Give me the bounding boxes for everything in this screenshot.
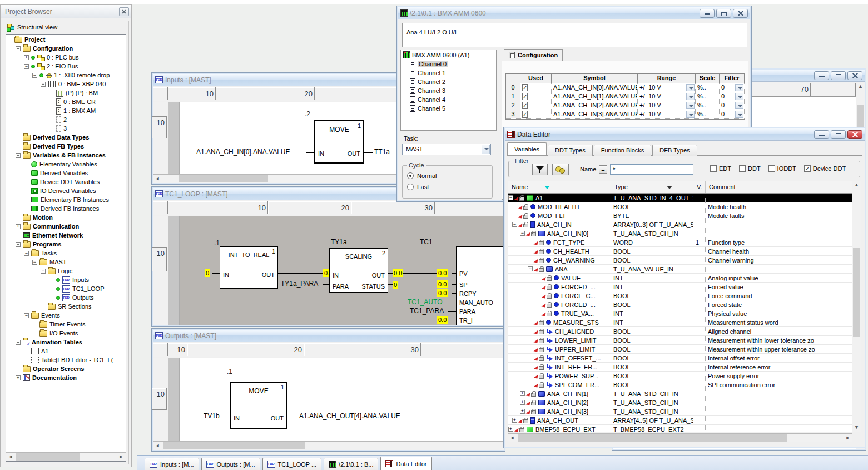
range-cell[interactable]: +/- 10 V (638, 101, 696, 110)
expander-icon[interactable]: − (32, 73, 37, 78)
scale-cell[interactable]: %.. (696, 92, 720, 101)
tree-item-derived-fb-instances[interactable]: Derived FB Instances (6, 204, 126, 213)
tree-item-0-bme-xbp-040[interactable]: −0 : BME XBP 040 (6, 80, 126, 88)
scroll-left-icon[interactable]: ◄ (508, 434, 517, 442)
name-cell[interactable]: −ANA (508, 265, 611, 273)
pi-b-block[interactable]: PI_B PV SP RCPY MAN_AUTO PARA TR_I TR_S (456, 246, 504, 325)
checkbox-icon[interactable]: ✓ (804, 165, 811, 172)
instance-label[interactable]: TC1 (420, 238, 433, 246)
sort-icon[interactable] (667, 186, 672, 189)
check-ddt[interactable]: DDT (739, 165, 761, 172)
tree-item-elementary-fb-instances[interactable]: Elementary FB Instances (6, 195, 126, 204)
tree-item-1-x80-remote-drop[interactable]: −1 : .X80 remote drop (6, 71, 126, 80)
tab-configuration[interactable]: Configuration (504, 49, 563, 61)
expander-icon[interactable]: + (512, 418, 517, 423)
table-row-mod-health[interactable]: MOD_HEALTHBOOLModule health (508, 202, 852, 211)
sort-icon[interactable] (544, 186, 550, 189)
expander-icon[interactable]: + (520, 400, 525, 405)
tree-item-2[interactable]: 2 (6, 115, 126, 124)
name-cell[interactable]: POWER_SUP... (508, 372, 611, 380)
channel-item-2[interactable]: Channel 2 (401, 77, 496, 86)
name-cell[interactable]: MEASURE_STS (508, 318, 611, 326)
taskbar-tab-data-editor[interactable]: Data Editor (380, 457, 431, 470)
tree-item-2-eio-bus[interactable]: −2 : EIO Bus (6, 62, 126, 71)
checkbox-icon[interactable] (710, 165, 717, 172)
table-row-ch-warning[interactable]: CH_WARNINGBOOLChannel warning (508, 256, 852, 265)
maximize-icon[interactable] (831, 71, 846, 80)
move-block[interactable]: 1 MOVE IN OUT (314, 120, 364, 164)
tree-item-0-plc-bus[interactable]: +0 : PLC bus (6, 53, 126, 62)
range-cell[interactable]: +/- 10 V (638, 92, 696, 101)
name-cell[interactable]: FORCED_... (508, 283, 611, 291)
table-row-ana-ch-in-0-[interactable]: −ANA_CH_IN[0]T_U_ANA_STD_CH_IN (508, 229, 852, 238)
chevron-down-icon[interactable] (735, 84, 743, 91)
check-device-ddt[interactable]: ✓Device DDT (804, 165, 846, 172)
tree-item-a1[interactable]: A1 (6, 347, 126, 355)
filter-cell[interactable]: 0 (720, 110, 745, 118)
name-cell[interactable]: CH_ALIGNED (508, 327, 611, 335)
scroll-up-icon[interactable]: ▲ (852, 181, 861, 190)
minimize-icon[interactable] (814, 130, 829, 139)
scroll-down-icon[interactable]: ▼ (852, 423, 861, 432)
expander-icon[interactable]: + (508, 427, 513, 432)
scrollbar-thumb[interactable] (853, 248, 860, 337)
expander-icon[interactable]: − (512, 222, 517, 227)
channel-item-1[interactable]: Channel 1 (401, 68, 496, 77)
tree-item-motion[interactable]: Motion (6, 213, 126, 222)
chevron-down-icon[interactable] (482, 145, 490, 154)
filter-settings-button[interactable] (552, 164, 569, 175)
tree-item-inputs[interactable]: FBDInputs (6, 275, 126, 284)
name-cell[interactable]: +ANA_CH_IN[1] (508, 389, 611, 398)
filter-cell[interactable]: 0 (720, 83, 745, 92)
tree-item-i-o-events[interactable]: I/O Events (6, 329, 126, 338)
close-icon[interactable] (847, 71, 862, 80)
table-row-fct-type[interactable]: FCT_TYPEWORD1Function type (508, 238, 852, 247)
table-row-int-offset-[interactable]: INT_OFFSET_...BOOLInternal offset error (508, 354, 852, 363)
tc1-canvas[interactable]: .1 1 INT_TO_REAL IN OUT 0 0.0 TY1a 2 SCA… (180, 216, 504, 325)
tree-item-communication[interactable]: +Communication (6, 222, 126, 231)
tree-item--p-p-bm[interactable]: (P) (P) : BM (6, 88, 126, 97)
scale-cell[interactable]: %.. (696, 83, 720, 92)
data-editor-titlebar[interactable]: Data Editor (505, 128, 865, 141)
para-variable[interactable]: TY1a_PARA (281, 280, 318, 288)
scroll-left-icon[interactable]: ◄ (153, 442, 162, 450)
data-editor-vscrollbar[interactable]: ▲ ▼ (852, 181, 861, 432)
tree-item-documentation[interactable]: +Documentation (6, 373, 126, 382)
scaling-block[interactable]: 2 SCALING IN PARA OUT STATUS (329, 248, 388, 293)
name-cell[interactable]: −ANA_CH_IN[0] (508, 229, 611, 238)
tree-item-operator-screens[interactable]: Operator Screens (6, 364, 126, 373)
name-cell[interactable]: INT_OFFSET_... (508, 354, 611, 362)
tree-item-events[interactable]: −Events (6, 311, 126, 320)
name-cell[interactable]: +ANA_CH_OUT (508, 416, 611, 424)
used-cell[interactable]: ✓ (520, 110, 552, 118)
name-filter-input[interactable]: * (610, 164, 693, 175)
table-row-spi-com-er-[interactable]: SPI_COM_ER...BOOLSPI communication error (508, 380, 852, 389)
outputs-hscrollbar[interactable]: ◄ (153, 441, 504, 450)
table-row-true-va-[interactable]: TRUE_VA...INTPhysical value (508, 309, 852, 318)
scroll-left-icon[interactable]: ◄ (6, 453, 15, 461)
used-cell[interactable]: ✓ (520, 83, 552, 92)
device-label[interactable]: BMX AMM 0600 (A1) (412, 52, 469, 58)
symbol-cell[interactable]: A1.ANA_CH_IN[3].ANA.VALUE (552, 110, 638, 118)
range-cell[interactable]: +/- 10 V (638, 110, 696, 118)
name-cell[interactable]: VALUE (508, 274, 611, 282)
expander-icon[interactable]: − (32, 260, 37, 265)
column-header-v[interactable]: V. (693, 181, 706, 193)
chevron-down-icon[interactable] (686, 84, 695, 91)
chevron-down-icon[interactable] (735, 93, 743, 100)
filter-button[interactable] (532, 164, 548, 175)
table-row-ana-ch-in-2-[interactable]: +ANA_CH_IN[2]T_U_ANA_STD_CH_IN (508, 398, 852, 407)
project-tree-hscrollbar[interactable]: ◄ ► (6, 452, 126, 461)
tree-item-variables-fb-instances[interactable]: −Variables & FB instances (6, 151, 126, 160)
name-cell[interactable]: UPPER_LIMIT (508, 345, 611, 353)
expander-icon[interactable]: − (24, 251, 29, 256)
name-cell[interactable]: −ANA_CH_IN (508, 220, 611, 229)
channel-item-5[interactable]: Channel 5 (401, 104, 496, 113)
scroll-up-icon[interactable]: ▲ (856, 82, 865, 91)
name-cell[interactable]: +ANA_CH_IN[2] (508, 398, 611, 407)
expander-icon[interactable]: + (16, 375, 21, 380)
table-row-ana-ch-in-1-[interactable]: +ANA_CH_IN[1]T_U_ANA_STD_CH_IN (508, 389, 852, 398)
expander-icon[interactable]: + (16, 224, 21, 229)
scrollbar-thumb[interactable] (16, 453, 80, 461)
chevron-down-icon[interactable] (686, 102, 695, 109)
